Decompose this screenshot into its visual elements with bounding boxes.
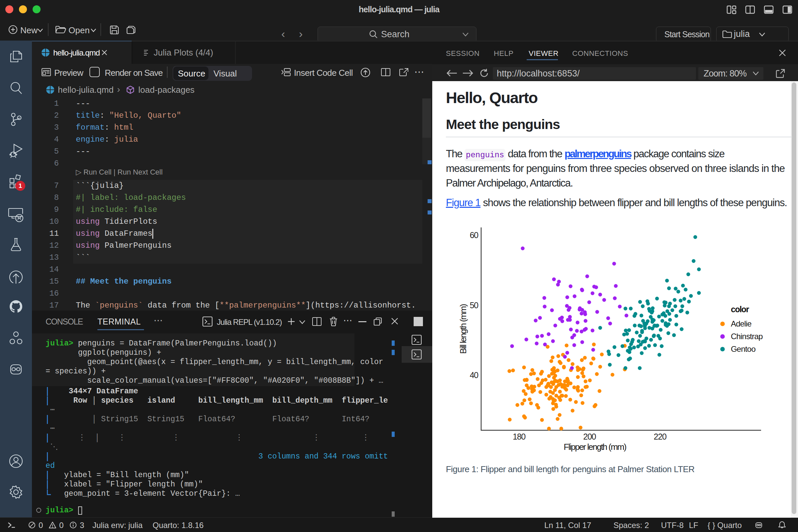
svg-text:200: 200 [583, 432, 596, 441]
svg-text:Gentoo: Gentoo [731, 344, 756, 354]
svg-text:color: color [731, 305, 749, 314]
svg-text:220: 220 [654, 432, 666, 441]
svg-text:50: 50 [470, 301, 478, 310]
svg-text:60: 60 [470, 230, 478, 240]
svg-text:Bill length (mm): Bill length (mm) [458, 304, 468, 354]
svg-text:Adelie: Adelie [731, 319, 752, 328]
svg-text:180: 180 [513, 432, 525, 441]
svg-text:40: 40 [470, 370, 478, 380]
svg-text:Flipper length (mm): Flipper length (mm) [564, 442, 626, 452]
svg-text:Chinstrap: Chinstrap [731, 332, 763, 341]
